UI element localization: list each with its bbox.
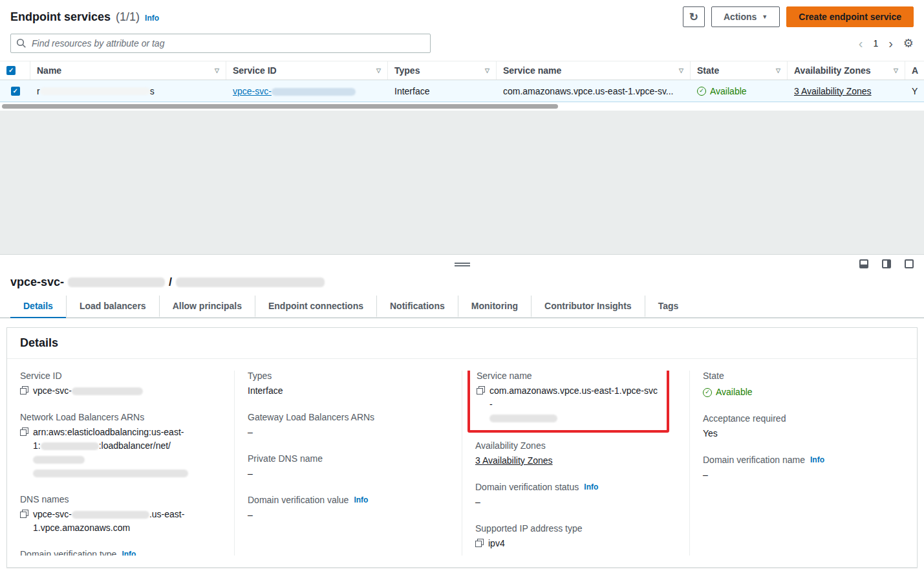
tab-contributor-insights[interactable]: Contributor Insights <box>531 296 645 318</box>
details-card: Details Service ID vpce-svc- Network Loa… <box>6 327 918 568</box>
copy-icon[interactable] <box>475 539 484 547</box>
create-endpoint-service-button[interactable]: Create endpoint service <box>786 6 914 27</box>
copy-icon[interactable] <box>20 427 28 436</box>
domain-verification-name-field: Domain verification name Info – <box>703 455 904 482</box>
redacted-arn-tail <box>33 470 188 477</box>
row-name-cell: r s <box>30 80 226 102</box>
redacted-account-id <box>41 442 99 450</box>
column-header-service-id[interactable]: Service ID ▽ <box>226 61 388 80</box>
column-header-availability-zones[interactable]: Availability Zones ▽ <box>788 61 905 80</box>
state-field: State ✓ Available <box>703 371 904 399</box>
detail-panel: vpce-svc- / Details Load balancers Allow… <box>0 254 924 573</box>
row-select-cell <box>0 80 30 102</box>
info-link[interactable]: Info <box>145 14 159 23</box>
copy-icon[interactable] <box>20 510 28 518</box>
row-truncated-cell: Y <box>905 80 924 102</box>
search-box <box>10 34 431 53</box>
service-name-field: Service name com.amazonaws.vpce.us-east-… <box>477 371 660 425</box>
info-link[interactable]: Info <box>584 482 598 492</box>
info-link[interactable]: Info <box>810 455 824 464</box>
redacted-service-name-tail <box>489 415 557 422</box>
refresh-button[interactable]: ↻ <box>683 6 705 27</box>
column-header-truncated[interactable]: A <box>905 61 924 80</box>
endpoint-services-list-section: Endpoint services (1/1) Info ↻ Actions ▼… <box>0 0 924 111</box>
service-id-link[interactable]: vpce-svc- <box>233 86 356 96</box>
select-all-checkbox[interactable] <box>6 66 16 75</box>
caret-down-icon: ▼ <box>762 14 768 20</box>
availability-zones-field: Availability Zones 3 Availability Zones <box>475 440 676 468</box>
status-badge: ✓ Available <box>703 385 753 399</box>
info-link[interactable]: Info <box>354 495 368 504</box>
filter-icon[interactable]: ▽ <box>776 67 780 74</box>
split-drag-handle-icon[interactable] <box>455 263 470 266</box>
nlb-arns-field: Network Load Balancers ARNs arn:aws:elas… <box>20 412 221 480</box>
horizontal-scrollbar <box>0 102 924 111</box>
resource-count: (1/1) <box>116 10 140 24</box>
detail-tabs: Details Load balancers Allow principals … <box>0 296 924 318</box>
column-header-service-name[interactable]: Service name ▽ <box>497 61 691 80</box>
scrollbar-thumb[interactable] <box>2 104 558 109</box>
search-input[interactable] <box>10 34 431 53</box>
domain-verification-type-field: Domain verification type Info – <box>20 549 221 556</box>
filter-icon[interactable]: ▽ <box>679 67 683 74</box>
details-column-4: State ✓ Available Acceptance required Ye… <box>689 371 917 556</box>
page-title: Endpoint services <box>10 10 111 24</box>
settings-gear-icon[interactable]: ⚙ <box>903 36 914 50</box>
row-availability-zones-cell: 3 Availability Zones <box>788 80 905 102</box>
tab-notifications[interactable]: Notifications <box>376 296 458 318</box>
table-header-row: Name ▽ Service ID ▽ Types ▽ Service name… <box>0 61 924 80</box>
filter-icon[interactable]: ▽ <box>485 67 489 74</box>
tab-endpoint-connections[interactable]: Endpoint connections <box>255 296 376 318</box>
current-page[interactable]: 1 <box>873 38 878 49</box>
row-checkbox[interactable] <box>11 87 20 96</box>
table-row[interactable]: r s vpce-svc- Interface com.amazonaws.vp… <box>0 80 924 102</box>
filter-icon[interactable]: ▽ <box>894 67 898 74</box>
details-column-3: Service name com.amazonaws.vpce.us-east-… <box>462 371 689 556</box>
info-link[interactable]: Info <box>122 550 136 556</box>
row-state-cell: ✓ Available <box>691 80 788 102</box>
redacted-title-id <box>68 277 165 287</box>
tab-load-balancers[interactable]: Load balancers <box>66 296 159 318</box>
glb-arns-field: Gateway Load Balancers ARNs – <box>248 412 449 439</box>
redacted-lb-name <box>33 456 85 464</box>
status-badge: ✓ Available <box>697 86 747 96</box>
row-service-name-cell: com.amazonaws.vpce.us-east-1.vpce-sv... <box>497 80 691 102</box>
panel-layout-side-icon[interactable] <box>882 259 891 268</box>
filter-icon[interactable]: ▽ <box>215 67 219 74</box>
dns-names-field: DNS names vpce-svc-.us-east- 1.vpce.amaz… <box>20 494 221 535</box>
empty-area <box>0 111 924 254</box>
column-header-types[interactable]: Types ▽ <box>388 61 497 80</box>
tab-allow-principals[interactable]: Allow principals <box>159 296 255 318</box>
panel-layout-full-icon[interactable] <box>905 259 914 268</box>
tab-details[interactable]: Details <box>10 296 66 318</box>
actions-button[interactable]: Actions ▼ <box>711 6 780 27</box>
copy-icon[interactable] <box>20 386 28 395</box>
split-bar <box>0 255 924 274</box>
column-header-name[interactable]: Name ▽ <box>30 61 226 80</box>
availability-zones-link[interactable]: 3 Availability Zones <box>475 455 553 466</box>
redacted-service-id-value <box>72 387 143 395</box>
availability-zones-link[interactable]: 3 Availability Zones <box>794 86 872 96</box>
service-id-field: Service ID vpce-svc- <box>20 371 221 398</box>
supported-ip-address-type-field: Supported IP address type ipv4 <box>475 523 676 550</box>
details-card-title: Details <box>7 328 917 359</box>
redacted-service-id <box>272 88 356 96</box>
previous-page-icon[interactable]: ‹ <box>859 37 863 50</box>
refresh-icon: ↻ <box>689 12 698 23</box>
copy-icon[interactable] <box>477 386 485 395</box>
details-column-1: Service ID vpce-svc- Network Load Balanc… <box>7 371 234 556</box>
redacted-name <box>40 87 150 95</box>
next-page-icon[interactable]: › <box>888 37 893 50</box>
tab-tags[interactable]: Tags <box>645 296 692 318</box>
table-controls: ‹ 1 › ⚙ <box>0 31 924 61</box>
panel-layout-bottom-icon[interactable] <box>859 259 868 268</box>
column-header-state[interactable]: State ▽ <box>691 61 788 80</box>
tab-monitoring[interactable]: Monitoring <box>458 296 531 318</box>
select-all-cell <box>0 61 30 80</box>
filter-icon[interactable]: ▽ <box>376 67 381 74</box>
available-check-icon: ✓ <box>697 87 706 96</box>
pagination: ‹ 1 › ⚙ <box>859 36 914 50</box>
types-field: Types Interface <box>248 371 449 398</box>
redacted-title-name <box>176 277 325 287</box>
private-dns-name-field: Private DNS name – <box>248 453 449 481</box>
